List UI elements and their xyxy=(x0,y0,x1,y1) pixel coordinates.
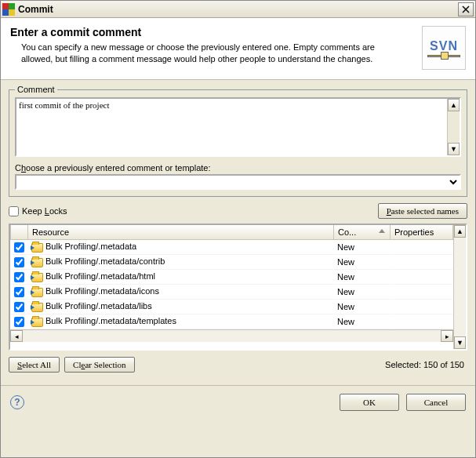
properties-cell xyxy=(391,300,453,314)
sort-asc-icon xyxy=(379,229,385,233)
column-content[interactable]: Co... xyxy=(334,225,391,240)
folder-icon xyxy=(31,273,43,282)
paste-selected-names-button[interactable]: Paste selected names xyxy=(378,203,467,219)
clear-selection-button[interactable]: Clear Selection xyxy=(64,357,135,373)
svg-rect-0 xyxy=(2,3,9,9)
close-icon xyxy=(462,5,470,13)
properties-cell xyxy=(391,314,453,329)
keep-locks-checkbox[interactable]: Keep Locks xyxy=(9,206,378,216)
svg-rect-1 xyxy=(9,3,15,9)
selection-status: Selected: 150 of 150 xyxy=(140,360,467,369)
page-description: You can specify a new message or choose … xyxy=(10,42,414,65)
properties-cell xyxy=(391,285,453,300)
close-button[interactable] xyxy=(458,2,474,16)
window-title: Commit xyxy=(18,4,458,15)
app-icon xyxy=(2,3,15,16)
titlebar: Commit xyxy=(1,1,475,18)
resource-cell: Bulk Profiling/.metadata/libs xyxy=(28,300,334,314)
folder-icon xyxy=(31,318,43,327)
column-checkbox[interactable] xyxy=(11,225,28,240)
folder-icon xyxy=(31,243,43,253)
vertical-scrollbar[interactable]: ▲ ▼ xyxy=(453,225,466,349)
content-cell: New xyxy=(334,240,391,255)
table-row[interactable]: Bulk Profiling/.metadata/iconsNew xyxy=(11,285,453,300)
svn-logo: SVN xyxy=(422,26,466,70)
folder-icon xyxy=(31,258,43,267)
resource-cell: Bulk Profiling/.metadata/html xyxy=(28,270,334,285)
row-checkbox[interactable] xyxy=(14,287,24,297)
scroll-down-icon[interactable]: ▼ xyxy=(448,143,460,155)
content-cell: New xyxy=(334,255,391,270)
resource-cell: Bulk Profiling/.metadata/contrib xyxy=(28,255,334,270)
properties-cell xyxy=(391,240,453,255)
svg-rect-3 xyxy=(9,9,15,16)
column-resource[interactable]: Resource xyxy=(28,225,334,240)
resource-grid: Resource Co... Properties Bulk Profiling… xyxy=(9,224,467,351)
help-button[interactable]: ? xyxy=(10,395,24,409)
select-all-button[interactable]: Select All xyxy=(9,357,60,373)
comment-fieldset: Comment ▲ ▼ Choose a previously entered … xyxy=(9,85,467,197)
previous-comment-label: Choose a previously entered comment or t… xyxy=(15,163,461,173)
scroll-up-icon[interactable]: ▲ xyxy=(448,99,460,111)
ok-button[interactable]: OK xyxy=(340,394,399,411)
table-row[interactable]: Bulk Profiling/.metadata/templatesNew xyxy=(11,314,453,329)
resource-cell: Bulk Profiling/.metadata/templates xyxy=(28,314,334,329)
row-checkbox[interactable] xyxy=(14,257,24,267)
content-cell: New xyxy=(334,285,391,300)
scroll-right-icon[interactable]: ▸ xyxy=(441,330,453,342)
row-checkbox[interactable] xyxy=(14,242,24,253)
keep-locks-label: Keep Locks xyxy=(22,206,67,216)
table-row[interactable]: Bulk Profiling/.metadata/contribNew xyxy=(11,255,453,270)
properties-cell xyxy=(391,270,453,285)
row-checkbox[interactable] xyxy=(14,317,24,327)
horizontal-scrollbar[interactable]: ◂ ▸ xyxy=(10,329,453,342)
table-row[interactable]: Bulk Profiling/.metadata/libsNew xyxy=(11,300,453,314)
properties-cell xyxy=(391,255,453,270)
scroll-down-icon[interactable]: ▼ xyxy=(454,336,466,349)
comment-scrollbar[interactable]: ▲ ▼ xyxy=(447,99,460,155)
folder-icon xyxy=(31,288,43,297)
keep-locks-input[interactable] xyxy=(9,206,19,216)
svg-rect-2 xyxy=(2,9,9,16)
comment-textarea[interactable] xyxy=(16,99,447,155)
scroll-up-icon[interactable]: ▲ xyxy=(454,225,466,238)
row-checkbox[interactable] xyxy=(14,272,24,282)
content-cell: New xyxy=(334,270,391,285)
header: Enter a commit comment You can specify a… xyxy=(1,18,475,80)
content-cell: New xyxy=(334,314,391,329)
table-row[interactable]: Bulk Profiling/.metadata/htmlNew xyxy=(11,270,453,285)
previous-comment-select[interactable] xyxy=(15,174,461,190)
page-title: Enter a commit comment xyxy=(10,26,414,38)
content-cell: New xyxy=(334,300,391,314)
resource-cell: Bulk Profiling/.metadata/icons xyxy=(28,285,334,300)
scroll-left-icon[interactable]: ◂ xyxy=(10,330,23,342)
row-checkbox[interactable] xyxy=(14,302,24,312)
column-properties[interactable]: Properties xyxy=(391,225,453,240)
table-row[interactable]: Bulk Profiling/.metadataNew xyxy=(11,240,453,255)
resource-cell: Bulk Profiling/.metadata xyxy=(28,240,334,255)
comment-legend: Comment xyxy=(15,85,57,94)
cancel-button[interactable]: Cancel xyxy=(406,394,466,411)
folder-icon xyxy=(31,303,43,312)
